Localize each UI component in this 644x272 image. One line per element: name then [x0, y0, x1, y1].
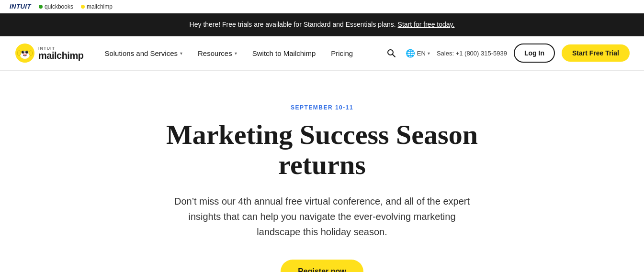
- nav-resources[interactable]: Resources ▾: [191, 45, 244, 61]
- mailchimp-monkey-logo: [14, 43, 35, 64]
- quickbooks-dot: [39, 5, 43, 9]
- chevron-down-icon: ▾: [180, 51, 182, 56]
- language-label: EN: [417, 50, 426, 57]
- logo-mailchimp-text: mailchimp: [38, 51, 83, 60]
- register-now-button[interactable]: Register now: [281, 260, 363, 272]
- mailchimp-brand-label: mailchimp: [87, 3, 113, 10]
- svg-point-4: [23, 52, 24, 53]
- svg-point-8: [29, 51, 33, 55]
- mailchimp-brand-link[interactable]: mailchimp: [81, 3, 113, 10]
- search-icon: [386, 48, 396, 58]
- nav-items: Solutions and Services ▾ Resources ▾ Swi…: [98, 45, 383, 61]
- nav-right-actions: 🌐 EN ▾ Sales: +1 (800) 315-5939 Log In S…: [384, 44, 630, 63]
- search-button[interactable]: [384, 45, 399, 61]
- logo-link[interactable]: INTUIT mailchimp: [14, 43, 83, 64]
- quickbooks-link[interactable]: quickbooks: [39, 3, 73, 10]
- intuit-bar: INTUIT quickbooks mailchimp: [0, 0, 644, 13]
- login-button[interactable]: Log In: [514, 44, 555, 63]
- quickbooks-label: quickbooks: [45, 3, 73, 10]
- event-date: SEPTEMBER 10-11: [291, 104, 353, 111]
- hero-section: SEPTEMBER 10-11 Marketing Success Season…: [0, 71, 644, 272]
- svg-line-10: [392, 54, 395, 57]
- logo-text: INTUIT mailchimp: [38, 46, 83, 60]
- main-navbar: INTUIT mailchimp Solutions and Services …: [0, 36, 644, 71]
- svg-point-6: [23, 54, 27, 55]
- promo-banner: Hey there! Free trials are available for…: [0, 13, 644, 36]
- nav-solutions-services[interactable]: Solutions and Services ▾: [98, 45, 189, 61]
- globe-icon: 🌐: [406, 49, 415, 58]
- start-free-trial-button[interactable]: Start Free Trial: [562, 44, 630, 62]
- sales-phone: Sales: +1 (800) 315-5939: [437, 50, 507, 57]
- chevron-down-icon: ▾: [428, 51, 430, 56]
- banner-link[interactable]: Start for free today.: [398, 21, 455, 28]
- language-selector[interactable]: 🌐 EN ▾: [406, 49, 430, 58]
- hero-title: Marketing Success Season returns: [131, 120, 514, 181]
- svg-point-7: [17, 51, 21, 55]
- chevron-down-icon: ▾: [235, 51, 237, 56]
- nav-pricing[interactable]: Pricing: [324, 45, 360, 61]
- nav-switch-mailchimp[interactable]: Switch to Mailchimp: [246, 45, 323, 61]
- hero-subtitle: Don’t miss our 4th annual free virtual c…: [169, 194, 475, 239]
- svg-point-5: [27, 52, 28, 53]
- banner-text: Hey there! Free trials are available for…: [190, 21, 396, 28]
- intuit-logo: INTUIT: [10, 3, 31, 10]
- mailchimp-dot: [81, 5, 85, 9]
